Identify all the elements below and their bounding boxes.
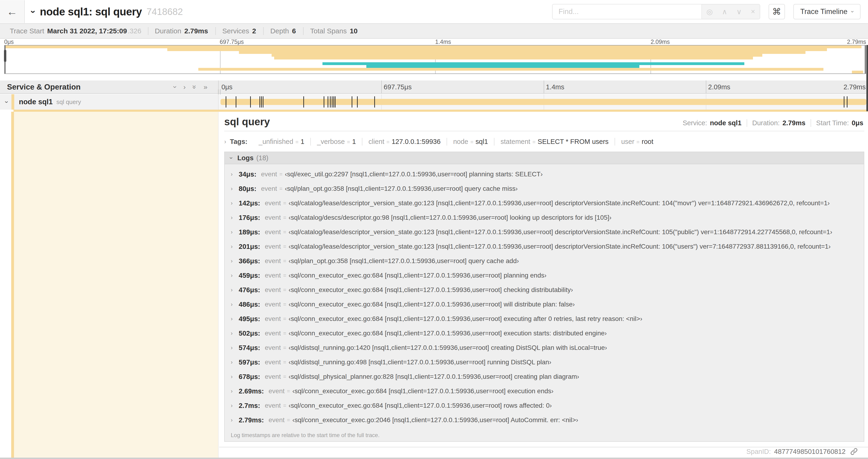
- chevron-right-icon: ›: [231, 402, 239, 409]
- log-entry[interactable]: › 34μs: event = ‹sql/exec_util.go:2297 […: [225, 167, 864, 182]
- log-entry[interactable]: › 486μs: event = ‹sql/conn_executor_exec…: [225, 297, 864, 312]
- log-equals: =: [283, 345, 286, 351]
- log-entry[interactable]: › 678μs: event = ‹sql/distsql_physical_p…: [225, 369, 864, 384]
- log-equals: =: [283, 301, 286, 308]
- span-operation-name: sql query: [57, 98, 81, 106]
- log-message: ‹sql/catalog/lease/descriptor_version_st…: [289, 199, 830, 207]
- log-entry[interactable]: › 189μs: event = ‹sql/catalog/lease/desc…: [225, 225, 864, 239]
- ruler-tick-label: 697.75μs: [381, 83, 414, 91]
- log-field-key: event: [265, 257, 281, 265]
- collapse-all-icon[interactable]: »: [191, 85, 198, 89]
- trace-meta-item: Depth 6: [264, 27, 304, 35]
- find-next-icon[interactable]: ∨: [736, 7, 742, 16]
- chevron-right-icon: ›: [224, 138, 226, 145]
- expand-one-icon[interactable]: ›: [183, 83, 186, 91]
- tag-value: 1: [301, 138, 304, 145]
- trace-meta-item: Duration 2.79ms: [148, 27, 216, 35]
- minimap-tick-label: 697.75μs: [220, 38, 244, 45]
- span-detail-header: sql query Service: node sql1 Duration: 2…: [224, 114, 864, 131]
- tag-key: client: [368, 138, 384, 145]
- stat-label: Duration:: [752, 119, 780, 127]
- log-entry[interactable]: › 366μs: event = ‹sql/plan_opt.go:358 [n…: [225, 254, 864, 268]
- trace-meta-item: Services 2: [216, 27, 264, 35]
- log-entry[interactable]: › 2.69ms: event = ‹sql/conn_executor_exe…: [225, 384, 864, 398]
- stat-value: 2.79ms: [782, 119, 805, 127]
- span-color-bar: [11, 94, 14, 110]
- column-resizer-grip[interactable]: ||: [218, 88, 221, 95]
- tag-item: _verbose = 1: [311, 138, 362, 145]
- log-message: ‹sql/catalog/lease/descriptor_version_st…: [289, 228, 832, 236]
- find-input[interactable]: [553, 4, 702, 19]
- minimap-span-bar: [322, 62, 744, 65]
- page-title: node sql1: sql query: [40, 5, 142, 18]
- service-operation-title: Service & Operation: [7, 83, 81, 91]
- keyboard-shortcuts-button[interactable]: ⌘: [769, 4, 785, 19]
- span-boundary-tick: [352, 96, 352, 107]
- log-equals: =: [283, 374, 286, 380]
- logs-accordion-header[interactable]: › Logs (18): [225, 152, 864, 164]
- log-timestamp: 2.7ms:: [239, 402, 260, 409]
- log-entry[interactable]: › 476μs: event = ‹sql/conn_executor_exec…: [225, 283, 864, 297]
- minimap-tick-label: 2.09ms: [651, 38, 670, 45]
- chevron-down-icon: ›: [228, 157, 235, 159]
- log-field-key: event: [265, 315, 281, 323]
- locate-icon[interactable]: ◎: [707, 7, 713, 16]
- minimap-right-scrubber[interactable]: [865, 45, 866, 73]
- row-collapse-icon[interactable]: ›: [3, 101, 10, 103]
- chevron-right-icon: ›: [231, 345, 239, 351]
- span-row-name-column[interactable]: › node sql1 sql query: [0, 94, 219, 110]
- tag-equals: =: [468, 139, 475, 145]
- log-equals: =: [279, 186, 282, 192]
- log-timestamp: 574μs:: [239, 344, 260, 352]
- log-equals: =: [283, 243, 286, 250]
- minimap-tick-labels: 0μs 697.75μs 1.4ms 2.09ms 2.79ms: [4, 39, 866, 45]
- meta-value: 2.79ms: [184, 27, 208, 35]
- log-timestamp: 495μs:: [239, 315, 260, 323]
- log-timestamp: 366μs:: [239, 257, 260, 265]
- tags-accordion[interactable]: › Tags: _unfinished = 1 _verbose =: [224, 138, 864, 145]
- span-row-node-sql1[interactable]: › node sql1 sql query: [0, 94, 868, 110]
- log-timestamp: 486μs:: [239, 301, 260, 308]
- chevron-right-icon: ›: [231, 417, 239, 423]
- log-entry[interactable]: › 142μs: event = ‹sql/catalog/lease/desc…: [225, 196, 864, 210]
- meta-value: 10: [350, 27, 358, 35]
- timeline-right-edge-handle[interactable]: [866, 45, 868, 111]
- find-prev-icon[interactable]: ∧: [722, 7, 727, 16]
- stat-label: Service:: [683, 119, 707, 127]
- find-clear-icon[interactable]: ×: [751, 7, 755, 16]
- log-entry[interactable]: › 2.79ms: event = ‹sql/conn_executor_exe…: [225, 413, 864, 427]
- page-bottom-edge: [0, 458, 868, 459]
- link-icon[interactable]: [850, 447, 858, 456]
- collapse-one-icon[interactable]: ›: [171, 86, 179, 88]
- log-equals: =: [283, 200, 286, 206]
- log-timestamp: 476μs:: [239, 286, 260, 294]
- log-entry[interactable]: › 574μs: event = ‹sql/distsql_running.go…: [225, 340, 864, 355]
- trace-meta-bar: Trace Start March 31 2022, 17:25:09 .326…: [0, 23, 868, 39]
- log-message: ‹sql/catalog/lease/descriptor_version_st…: [289, 243, 831, 250]
- log-message: ‹sql/conn_executor_exec.go:684 [nsql1,cl…: [289, 286, 573, 294]
- minimap-left-scrubber[interactable]: [5, 45, 6, 73]
- minimap-canvas[interactable]: [4, 45, 866, 74]
- span-duration-bar[interactable]: [220, 99, 867, 105]
- log-entry[interactable]: › 176μs: event = ‹sql/catalog/descs/desc…: [225, 210, 864, 225]
- collapse-trace-icon[interactable]: ›: [28, 10, 38, 13]
- log-message: ‹sql/conn_executor_exec.go:684 [nsql1,cl…: [289, 315, 642, 323]
- span-row-timeline[interactable]: [219, 94, 868, 110]
- log-entry[interactable]: › 502μs: event = ‹sql/conn_executor_exec…: [225, 326, 864, 340]
- log-timestamp: 678μs:: [239, 373, 260, 381]
- back-button[interactable]: ←: [0, 0, 25, 23]
- log-entry[interactable]: › 459μs: event = ‹sql/conn_executor_exec…: [225, 268, 864, 283]
- expand-all-icon[interactable]: »: [204, 83, 208, 91]
- minimap-tick-label: 0μs: [4, 38, 14, 45]
- logs-section: › Logs (18) › 34μs: event = ‹sql/exec_ut…: [224, 152, 864, 442]
- log-entry[interactable]: › 201μs: event = ‹sql/catalog/lease/desc…: [225, 239, 864, 254]
- span-boundary-tick: [236, 96, 236, 107]
- log-entry[interactable]: › 2.7ms: event = ‹sql/conn_executor_exec…: [225, 398, 864, 413]
- log-field-key: event: [265, 272, 281, 279]
- span-stat: Service: node sql1: [678, 119, 747, 127]
- view-selector-button[interactable]: Trace Timeline ›: [793, 4, 861, 19]
- log-entry[interactable]: › 80μs: event = ‹sql/plan_opt.go:358 [ns…: [225, 182, 864, 196]
- log-entry[interactable]: › 597μs: event = ‹sql/distsql_running.go…: [225, 355, 864, 369]
- log-entry[interactable]: › 495μs: event = ‹sql/conn_executor_exec…: [225, 312, 864, 326]
- scrubber-grip[interactable]: [4, 50, 6, 62]
